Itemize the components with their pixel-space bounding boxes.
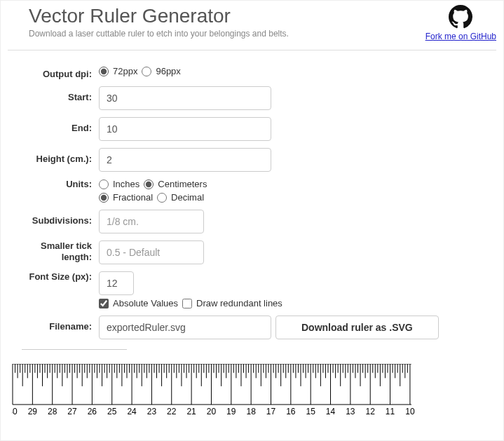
input-height[interactable] bbox=[99, 148, 271, 172]
input-end[interactable] bbox=[99, 117, 271, 141]
download-button[interactable]: Download ruler as .SVG bbox=[275, 316, 439, 339]
svg-text:30: 30 bbox=[12, 407, 18, 416]
ruler-preview: 3029282726252423222120191817161514131211… bbox=[12, 364, 425, 419]
label-start: Start: bbox=[15, 86, 99, 102]
svg-text:15: 15 bbox=[306, 407, 316, 416]
input-filename[interactable] bbox=[99, 316, 271, 339]
svg-text:28: 28 bbox=[48, 407, 57, 416]
page-subtitle: Download a laser cuttable ruler to etch … bbox=[29, 29, 289, 39]
radio-inches[interactable] bbox=[99, 179, 109, 189]
radio-label-fractional: Fractional bbox=[113, 192, 153, 203]
checkbox-absval[interactable] bbox=[99, 299, 109, 308]
input-ticklen[interactable] bbox=[99, 240, 204, 264]
github-icon bbox=[449, 5, 472, 29]
svg-text:12: 12 bbox=[366, 407, 376, 416]
radio-label-96: 96ppx bbox=[156, 66, 180, 76]
ruler-preview-pane[interactable]: 3029282726252423222120191817161514131211… bbox=[8, 364, 498, 423]
svg-text:10: 10 bbox=[405, 407, 415, 416]
radio-label-inches: Inches bbox=[113, 179, 139, 189]
radio-label-centimeters: Centimeters bbox=[158, 179, 207, 189]
svg-text:24: 24 bbox=[127, 407, 137, 416]
input-start[interactable] bbox=[99, 86, 271, 110]
label-filename: Filename: bbox=[15, 316, 99, 332]
divider bbox=[8, 50, 496, 50]
radio-label-decimal: Decimal bbox=[171, 192, 204, 203]
svg-text:29: 29 bbox=[28, 407, 38, 416]
svg-text:27: 27 bbox=[67, 407, 77, 416]
radio-centimeters[interactable] bbox=[144, 179, 154, 189]
svg-text:25: 25 bbox=[107, 407, 117, 416]
input-subdivisions[interactable] bbox=[99, 210, 204, 233]
label-fontsize: Font Size (px): bbox=[15, 271, 99, 283]
svg-text:17: 17 bbox=[266, 407, 276, 416]
input-fontsize[interactable] bbox=[99, 271, 134, 295]
svg-text:20: 20 bbox=[207, 407, 217, 416]
svg-text:21: 21 bbox=[186, 407, 196, 416]
page-title: Vector Ruler Generator bbox=[29, 5, 289, 27]
radio-label-72: 72ppx bbox=[113, 66, 137, 76]
label-end: End: bbox=[15, 117, 99, 133]
checkbox-label-redund: Draw redundant lines bbox=[196, 298, 282, 308]
github-link[interactable]: Fork me on GitHub bbox=[425, 32, 496, 41]
radio-dpi-96[interactable] bbox=[142, 67, 151, 76]
label-dpi: Output dpi: bbox=[15, 63, 99, 79]
svg-text:22: 22 bbox=[167, 407, 177, 416]
svg-text:26: 26 bbox=[88, 407, 97, 416]
checkbox-redund[interactable] bbox=[182, 299, 192, 308]
checkbox-label-absval: Absolute Values bbox=[113, 298, 178, 308]
svg-text:14: 14 bbox=[326, 407, 336, 416]
label-ticklen: Smaller tick length: bbox=[15, 240, 99, 262]
svg-text:19: 19 bbox=[226, 407, 236, 416]
radio-dpi-72[interactable] bbox=[99, 67, 109, 76]
svg-text:16: 16 bbox=[286, 407, 296, 416]
svg-text:11: 11 bbox=[386, 407, 395, 416]
svg-text:13: 13 bbox=[346, 407, 355, 416]
radio-fractional[interactable] bbox=[99, 193, 109, 203]
label-units: Units: bbox=[15, 179, 99, 189]
divider-mid bbox=[22, 349, 127, 350]
label-height: Height (cm.): bbox=[15, 148, 99, 164]
svg-text:23: 23 bbox=[147, 407, 157, 416]
radio-decimal[interactable] bbox=[157, 193, 167, 203]
svg-text:18: 18 bbox=[246, 407, 256, 416]
label-subdivisions: Subdivisions: bbox=[15, 210, 99, 226]
